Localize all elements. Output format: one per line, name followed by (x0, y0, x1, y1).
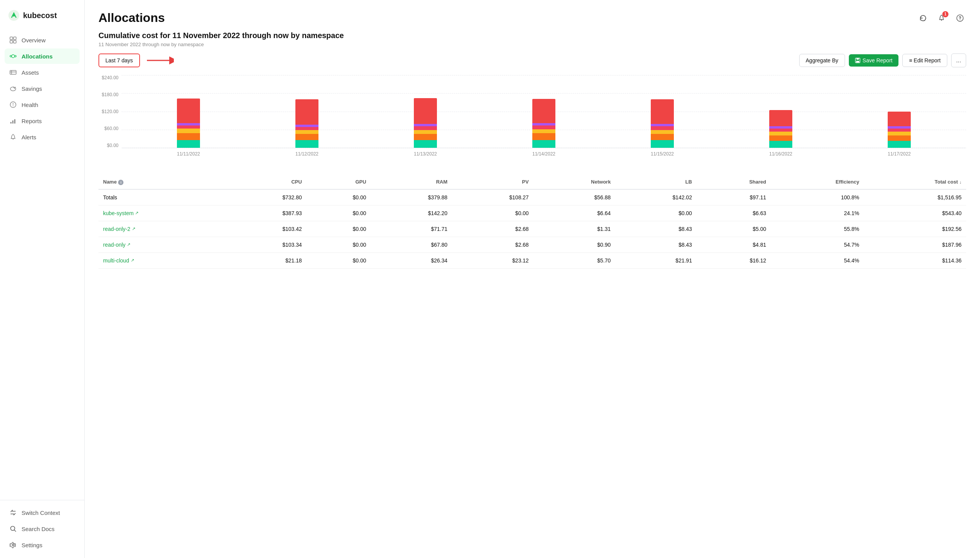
info-icon: i (118, 180, 123, 185)
x-axis-label: 11/17/2022 (888, 151, 911, 157)
app-logo: kubecost (0, 0, 84, 29)
cell-network: $0.90 (533, 237, 615, 252)
bar-segment (769, 141, 792, 148)
sidebar-item-health[interactable]: Health (5, 97, 80, 112)
bar-segment (414, 98, 437, 124)
bar-group (532, 99, 555, 148)
sidebar-bottom: Switch Context Search Docs Settings (0, 500, 84, 558)
sidebar-item-allocations[interactable]: Allocations (5, 48, 80, 64)
table-header-gpu: GPU (307, 175, 371, 189)
page-header: Allocations 1 (85, 0, 980, 25)
table-header-total_cost[interactable]: Total cost↓ (864, 175, 966, 189)
cell-name[interactable]: multi-cloud ↗ (98, 252, 225, 268)
cell-name[interactable]: read-only ↗ (98, 237, 225, 252)
cell-name: Totals (98, 189, 225, 205)
table-header: NameiCPUGPURAMPVNetworkLBSharedEfficienc… (98, 175, 966, 189)
help-button[interactable] (954, 12, 966, 24)
cell-efficiency: 100.8% (771, 189, 864, 205)
table-header-ram: RAM (371, 175, 452, 189)
sidebar-item-savings[interactable]: Savings (5, 81, 80, 96)
row-link[interactable]: multi-cloud ↗ (103, 257, 221, 264)
bar-segment (651, 126, 674, 130)
cell-gpu: $0.00 (307, 189, 371, 205)
bar-segment (177, 133, 200, 140)
cell-lb: $0.00 (615, 205, 697, 221)
cell-cpu: $21.18 (225, 252, 307, 268)
table-header-lb: LB (615, 175, 697, 189)
x-axis-label: 11/15/2022 (651, 151, 674, 157)
row-link[interactable]: read-only-2 ↗ (103, 226, 221, 232)
bar-segment (414, 140, 437, 148)
chart-container: $240.00$180.00$120.00$60.00$0.00 11/11/2… (98, 75, 966, 160)
save-report-button[interactable]: Save Report (849, 54, 899, 67)
sidebar-item-search-docs-label: Search Docs (22, 526, 55, 532)
content-area: Cumulative cost for 11 November 2022 thr… (85, 25, 980, 282)
sidebar-item-alerts[interactable]: Alerts (5, 129, 80, 145)
page-title: Allocations (98, 11, 165, 25)
date-range-button[interactable]: Last 7 days (98, 53, 140, 67)
cell-ram: $142.20 (371, 205, 452, 221)
sidebar-item-reports[interactable]: Reports (5, 113, 80, 129)
svg-rect-18 (12, 120, 13, 124)
bar-stack (295, 99, 318, 148)
row-link[interactable]: kube-system ↗ (103, 210, 221, 216)
cell-lb: $21.91 (615, 252, 697, 268)
cell-network: $1.31 (533, 221, 615, 237)
row-link[interactable]: read-only ↗ (103, 242, 221, 248)
cell-shared: $6.63 (697, 205, 771, 221)
chart-y-axis: $240.00$180.00$120.00$60.00$0.00 (98, 75, 122, 148)
bar-segment (414, 130, 437, 134)
bar-segment (295, 140, 318, 148)
alerts-icon (9, 133, 17, 141)
svg-line-23 (14, 530, 16, 531)
sidebar-item-search-docs[interactable]: Search Docs (5, 521, 80, 536)
table-header-efficiency: Efficiency (771, 175, 864, 189)
notifications-button[interactable]: 1 (935, 12, 948, 24)
svg-rect-4 (10, 40, 13, 43)
bar-group (177, 99, 200, 148)
bar-segment (295, 99, 318, 125)
cell-network: $5.70 (533, 252, 615, 268)
refresh-button[interactable] (917, 12, 929, 24)
sidebar-item-overview-label: Overview (22, 37, 46, 43)
sort-arrow: ↓ (960, 180, 962, 184)
bar-segment (532, 125, 555, 129)
aggregate-by-button[interactable]: Aggregate By (799, 54, 845, 67)
controls-right: Aggregate By Save Report ≡Edit Report ..… (799, 53, 966, 67)
cell-cpu: $103.42 (225, 221, 307, 237)
bar-segment (177, 99, 200, 123)
sidebar: kubecost Overview Allocations Assets (0, 0, 85, 558)
svg-point-7 (10, 55, 12, 57)
sidebar-item-savings-label: Savings (22, 85, 42, 92)
svg-rect-2 (10, 37, 13, 40)
bar-segment (651, 134, 674, 140)
switch-context-icon (9, 509, 17, 516)
more-options-button[interactable]: ... (951, 53, 966, 67)
sidebar-item-settings[interactable]: Settings (5, 537, 80, 553)
cell-name[interactable]: read-only-2 ↗ (98, 221, 225, 237)
y-axis-label: $60.00 (104, 126, 118, 131)
table-header-shared: Shared (697, 175, 771, 189)
cell-shared: $5.00 (697, 221, 771, 237)
svg-rect-33 (856, 61, 859, 62)
y-axis-label: $240.00 (102, 75, 118, 80)
cell-name[interactable]: kube-system ↗ (98, 205, 225, 221)
svg-line-13 (15, 87, 16, 88)
sidebar-item-switch-context[interactable]: Switch Context (5, 505, 80, 520)
sidebar-item-overview[interactable]: Overview (5, 32, 80, 48)
sidebar-item-assets-label: Assets (22, 69, 39, 76)
bar-stack (414, 98, 437, 148)
cell-total_cost: $1,516.95 (864, 189, 966, 205)
bar-segment (769, 129, 792, 132)
bar-stack (769, 110, 792, 148)
x-axis-label: 11/14/2022 (532, 151, 555, 157)
health-icon (9, 101, 17, 109)
cell-gpu: $0.00 (307, 237, 371, 252)
sidebar-item-alerts-label: Alerts (22, 134, 36, 140)
cell-efficiency: 55.8% (771, 221, 864, 237)
external-link-icon: ↗ (135, 211, 138, 216)
external-link-icon: ↗ (131, 258, 134, 263)
sidebar-item-assets[interactable]: Assets (5, 65, 80, 80)
cell-cpu: $732.80 (225, 189, 307, 205)
edit-report-button[interactable]: ≡Edit Report (902, 54, 947, 67)
